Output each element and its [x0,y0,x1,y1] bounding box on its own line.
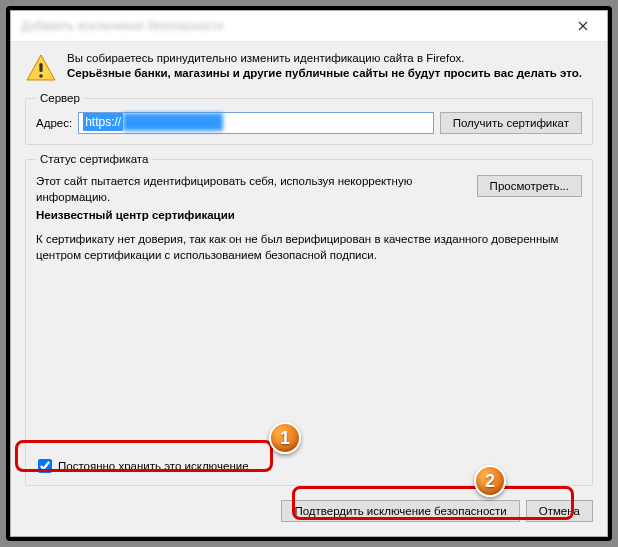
permanent-exception-row[interactable]: Постоянно хранить это исключение [36,457,582,475]
window-title: Добавить исключение безопасности [21,19,223,33]
trust-paragraph: К сертификату нет доверия, так как он не… [36,231,582,263]
address-blurred [123,113,223,131]
warning-text: Вы собираетесь принудительно изменить ид… [67,52,593,84]
dialog-window: Добавить исключение безопасности Вы соби… [10,10,608,537]
status-fieldset: Статус сертификата Этот сайт пытается ид… [25,153,593,486]
permanent-exception-checkbox[interactable] [38,459,52,473]
dialog-content: Вы собираетесь принудительно изменить ид… [11,41,607,536]
unknown-ca-heading: Неизвестный центр сертификации [36,209,582,221]
cancel-button[interactable]: Отмена [526,500,593,522]
status-identification-text: Этот сайт пытается идентифицировать себя… [36,173,467,205]
address-input[interactable]: https:// [78,112,434,134]
svg-point-1 [39,74,43,78]
tutorial-frame: Добавить исключение безопасности Вы соби… [6,6,612,541]
address-label: Адрес: [36,117,72,129]
address-value: https:// [83,113,123,131]
close-icon [578,21,588,31]
server-legend: Сервер [36,92,84,104]
warning-bold: Серьёзные банки, магазины и другие публи… [67,66,593,82]
get-certificate-button[interactable]: Получить сертификат [440,112,582,134]
confirm-exception-button[interactable]: Подтвердить исключение безопасности [281,500,519,522]
permanent-exception-label: Постоянно хранить это исключение [58,460,249,472]
close-button[interactable] [563,12,603,40]
svg-rect-0 [39,63,42,72]
view-button[interactable]: Просмотреть... [477,175,582,197]
dialog-button-row: Подтвердить исключение безопасности Отме… [25,500,593,522]
status-legend: Статус сертификата [36,153,152,165]
warning-section: Вы собираетесь принудительно изменить ид… [25,52,593,92]
server-fieldset: Сервер Адрес: https:// Получить сертифик… [25,92,593,145]
titlebar: Добавить исключение безопасности [11,11,607,41]
warning-intro: Вы собираетесь принудительно изменить ид… [67,52,593,64]
warning-icon [25,52,57,84]
